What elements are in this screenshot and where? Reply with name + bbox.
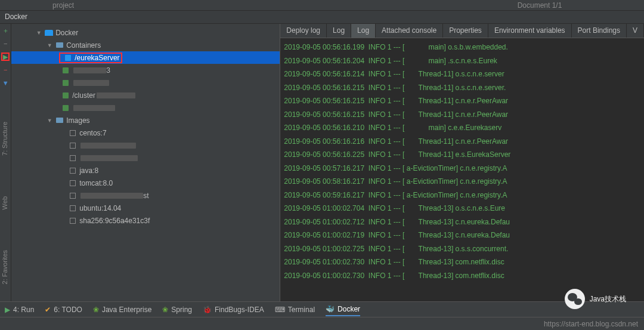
tab-label: Docker xyxy=(338,305,360,313)
redacted-text xyxy=(73,80,109,86)
container-item[interactable]: /cluster xyxy=(11,89,280,101)
container-name: /cluster xyxy=(72,91,95,100)
image-item[interactable]: st xyxy=(11,189,280,202)
redacted-text xyxy=(80,193,143,199)
bottom-tab--run[interactable]: ▶4: Run xyxy=(5,306,34,314)
container-item[interactable]: /eurekaServer xyxy=(11,51,280,64)
log-line: 2019-09-05 01:00:02.712 INFO 1 --- [ Thr… xyxy=(284,215,640,229)
image-item[interactable] xyxy=(11,152,280,164)
image-item[interactable]: tomcat:8.0 xyxy=(11,177,280,189)
dock-icon: 🐳 xyxy=(326,305,335,313)
status-url: https://start-end.blog.csdn.net xyxy=(544,320,638,328)
side-tab[interactable]: 2: Favorites xyxy=(0,248,12,286)
image-name: sha256:9c56a4e31c3f xyxy=(79,217,150,225)
image-icon xyxy=(69,217,77,224)
container-name: 3 xyxy=(106,66,110,75)
log-tab[interactable]: Attached console xyxy=(376,24,443,38)
expand-icon[interactable]: ▼ xyxy=(46,118,53,124)
container-icon xyxy=(61,92,70,99)
bottom-tab-docker[interactable]: 🐳Docker xyxy=(326,305,360,316)
log-line: 2019-09-05 01:00:02.725 INFO 1 --- [ Thr… xyxy=(284,242,640,256)
images-node[interactable]: ▼ Images xyxy=(11,114,280,127)
container-name: /eurekaServer xyxy=(75,54,119,62)
log-tab[interactable]: Properties xyxy=(443,24,488,38)
stop-icon[interactable]: − xyxy=(1,66,10,74)
side-tab[interactable]: 7: Structure xyxy=(0,119,12,158)
container-item[interactable]: 3 xyxy=(11,64,280,76)
tree-label: Images xyxy=(66,116,89,125)
log-line: 2019-09-05 00:56:16.215 INFO 1 --- [ Thr… xyxy=(284,108,640,122)
run-icon[interactable]: ▶ xyxy=(1,53,10,61)
log-line: 2019-09-05 01:00:02.719 INFO 1 --- [ Thr… xyxy=(284,229,640,242)
project-label: project xyxy=(5,1,172,10)
bottom-tab-findbugs-idea[interactable]: 🐞FindBugs-IDEA xyxy=(203,306,264,314)
containers-node[interactable]: ▼ Containers xyxy=(11,39,280,51)
fbug-icon: 🐞 xyxy=(203,306,212,314)
bottom-tab-java-enterprise[interactable]: ❀Java Enterprise xyxy=(93,306,151,314)
redacted-text xyxy=(80,143,136,149)
log-line: 2019-09-05 00:56:16.215 INFO 1 --- [ Thr… xyxy=(284,81,640,95)
log-tab[interactable]: Log xyxy=(351,24,376,38)
container-icon xyxy=(61,104,70,112)
log-panel: Deploy logLogLogAttached consoleProperti… xyxy=(280,24,644,307)
green-tri-icon: ▶ xyxy=(5,306,10,314)
tree-root[interactable]: ▼ Docker xyxy=(11,26,280,39)
tab-label: Spring xyxy=(171,306,192,314)
side-tool-tabs: 7: StructureWeb2: FavoritesJRebel xyxy=(0,119,12,330)
image-name: centos:7 xyxy=(79,129,106,137)
image-icon xyxy=(69,155,77,162)
bottom-tab-spring[interactable]: ❀Spring xyxy=(162,306,192,314)
container-icon xyxy=(61,67,70,74)
image-item[interactable]: centos:7 xyxy=(11,127,280,139)
docker-icon xyxy=(45,29,53,36)
log-tab[interactable]: V xyxy=(627,24,644,38)
status-bar: https://start-end.blog.csdn.net xyxy=(0,317,644,330)
expand-icon[interactable]: ▼ xyxy=(35,30,42,36)
container-icon xyxy=(64,54,72,61)
log-line: 2019-09-05 00:56:16.199 INFO 1 --- [ mai… xyxy=(284,41,640,54)
title-bar: project Document 1/1 xyxy=(0,0,644,11)
log-tab[interactable]: Port Bindings xyxy=(572,24,627,38)
remove-icon[interactable]: − xyxy=(1,39,10,48)
log-line: 2019-09-05 00:56:16.225 INFO 1 --- [ Thr… xyxy=(284,148,640,162)
image-item[interactable]: sha256:9c56a4e31c3f xyxy=(11,214,280,227)
log-tab[interactable]: Log xyxy=(327,24,351,38)
log-line: 2019-09-05 00:58:16.217 INFO 1 --- [ a-E… xyxy=(284,175,640,189)
bottom-tab--todo[interactable]: ✔6: TODO xyxy=(45,306,82,314)
side-tab[interactable]: Web xyxy=(0,194,12,212)
image-icon xyxy=(69,142,77,149)
bug-icon: ✔ xyxy=(45,306,51,314)
image-item[interactable] xyxy=(11,139,280,152)
image-icon xyxy=(69,167,77,174)
log-line: 2019-09-05 00:59:16.217 INFO 1 --- [ a-E… xyxy=(284,189,640,202)
expand-icon[interactable]: ▼ xyxy=(46,42,53,48)
add-icon[interactable]: ＋ xyxy=(1,26,10,35)
image-icon xyxy=(69,192,77,199)
image-item[interactable]: ubuntu:14.04 xyxy=(11,202,280,214)
log-line: 2019-09-05 00:57:16.217 INFO 1 --- [ a-E… xyxy=(284,162,640,175)
log-line: 2019-09-05 01:00:02.704 INFO 1 --- [ Thr… xyxy=(284,202,640,215)
bottom-tool-tabs: ▶4: Run✔6: TODO❀Java Enterprise❀Spring🐞F… xyxy=(0,301,644,317)
log-tabs: Deploy logLogLogAttached consoleProperti… xyxy=(280,24,644,38)
bottom-tab-terminal[interactable]: ⌨Terminal xyxy=(275,306,315,314)
filter-icon[interactable]: ▼ xyxy=(1,79,10,87)
image-name: st xyxy=(143,192,148,200)
tree-label: Containers xyxy=(66,41,101,50)
tab-label: 6: TODO xyxy=(54,306,82,314)
redacted-text xyxy=(80,155,138,161)
log-line: 2019-09-05 01:00:02.730 INFO 1 --- [ Thr… xyxy=(284,269,640,283)
image-icon xyxy=(69,129,77,137)
tab-label: Java Enterprise xyxy=(102,306,151,314)
tab-label: FindBugs-IDEA xyxy=(215,306,264,314)
image-item[interactable]: java:8 xyxy=(11,164,280,177)
container-item[interactable] xyxy=(11,101,280,114)
log-line: 2019-09-05 00:56:16.204 INFO 1 --- [ mai… xyxy=(284,54,640,68)
log-tab[interactable]: Environment variables xyxy=(488,24,572,38)
image-icon xyxy=(69,205,77,212)
container-item[interactable] xyxy=(11,76,280,89)
log-tab[interactable]: Deploy log xyxy=(280,24,327,38)
log-output[interactable]: 2019-09-05 00:56:16.199 INFO 1 --- [ mai… xyxy=(280,38,644,307)
document-indicator: Document 1/1 xyxy=(172,1,639,10)
tab-label: Terminal xyxy=(288,306,315,314)
tab-label: 4: Run xyxy=(13,306,34,314)
